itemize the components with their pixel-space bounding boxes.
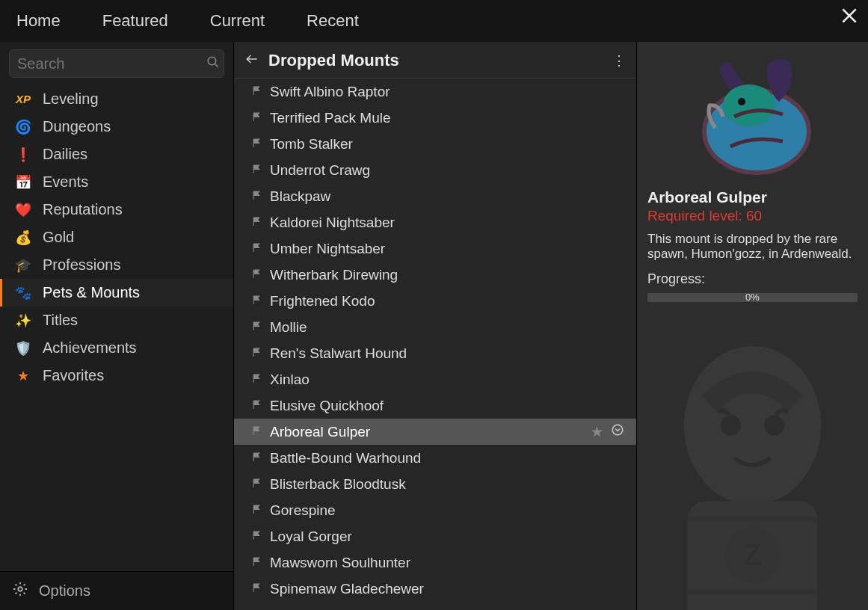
mount-row[interactable]: Elusive Quickhoof <box>234 392 636 419</box>
tab-featured[interactable]: Featured <box>102 11 168 31</box>
xp-icon: XP <box>14 93 32 105</box>
sidebar-item-leveling[interactable]: XPLeveling <box>0 85 233 113</box>
tab-current[interactable]: Current <box>210 11 265 31</box>
tab-home[interactable]: Home <box>16 11 61 31</box>
mount-row[interactable]: Underrot Crawg <box>234 157 636 183</box>
sidebar-item-achievements[interactable]: 🛡️Achievements <box>0 334 233 362</box>
svg-point-1 <box>18 587 22 591</box>
top-tabs: Home Featured Current Recent <box>0 0 868 42</box>
flag-icon <box>252 557 262 569</box>
mount-label: Umber Nightsaber <box>270 241 624 257</box>
sidebar-item-label: Professions <box>43 256 121 274</box>
flag-icon <box>252 138 262 150</box>
search-input-wrap[interactable] <box>9 49 224 78</box>
mount-row[interactable]: Witherbark Direwing <box>234 262 636 288</box>
sidebar-item-reputations[interactable]: ❤️Reputations <box>0 196 233 224</box>
flag-icon <box>252 505 262 517</box>
middle-panel: Dropped Mounts ⋮ Swift Albino RaptorTerr… <box>234 42 637 610</box>
options-label: Options <box>39 582 90 600</box>
mount-row[interactable]: Blackpaw <box>234 183 636 209</box>
flag-icon <box>252 400 262 412</box>
mount-label: Spinemaw Gladechewer <box>270 581 624 597</box>
mount-row[interactable]: Arboreal Gulper★ <box>234 419 636 445</box>
prof-icon: 🎓 <box>14 257 32 274</box>
sidebar-item-label: Gold <box>43 229 74 246</box>
flag-icon <box>252 348 262 360</box>
favorite-star-icon[interactable]: ★ <box>591 423 603 440</box>
search-input[interactable] <box>17 55 206 73</box>
sidebar-item-gold[interactable]: 💰Gold <box>0 224 233 251</box>
sidebar-item-events[interactable]: 📅Events <box>0 168 233 196</box>
daily-icon: ❗ <box>14 147 32 163</box>
flag-icon <box>252 321 262 333</box>
svg-rect-10 <box>688 501 818 610</box>
flag-icon <box>252 112 262 124</box>
more-menu-button[interactable]: ⋮ <box>612 52 626 69</box>
sidebar-item-label: Reputations <box>43 201 123 218</box>
mount-row[interactable]: Ren's Stalwart Hound <box>234 340 636 366</box>
pets-icon: 🐾 <box>14 285 32 301</box>
mount-row[interactable]: Frightened Kodo <box>234 288 636 314</box>
mount-label: Witherbark Direwing <box>270 267 624 283</box>
required-level: Required level: 60 <box>647 208 858 224</box>
mount-label: Underrot Crawg <box>270 162 624 179</box>
mount-label: Loyal Gorger <box>270 529 624 545</box>
dungeon-icon: 🌀 <box>14 119 32 135</box>
mount-row[interactable]: Xinlao <box>234 366 636 392</box>
mount-label: Arboreal Gulper <box>270 424 583 440</box>
sidebar-item-titles[interactable]: ✨Titles <box>0 306 233 334</box>
mount-list[interactable]: Swift Albino RaptorTerrified Pack MuleTo… <box>234 78 636 610</box>
mount-row[interactable]: Loyal Gorger <box>234 523 636 549</box>
sidebar-item-favorites[interactable]: ★Favorites <box>0 362 233 389</box>
background-character: Z <box>637 333 868 610</box>
sidebar-nav: XPLeveling🌀Dungeons❗Dailies📅Events❤️Repu… <box>0 82 233 571</box>
mount-row[interactable]: Gorespine <box>234 497 636 523</box>
svg-text:Z: Z <box>743 537 762 572</box>
mount-row[interactable]: Spinemaw Gladechewer <box>234 576 636 602</box>
mount-label: Elusive Quickhoof <box>270 398 624 414</box>
rep-icon: ❤️ <box>14 202 32 218</box>
mount-row[interactable]: Mawsworn Soulhunter <box>234 549 636 576</box>
mount-row[interactable]: Blisterback Bloodtusk <box>234 471 636 497</box>
flag-icon <box>252 295 262 307</box>
mount-row[interactable]: Umber Nightsaber <box>234 235 636 262</box>
mount-row[interactable]: Battle-Bound Warhound <box>234 445 636 471</box>
search-icon <box>206 55 220 72</box>
sidebar: XPLeveling🌀Dungeons❗Dailies📅Events❤️Repu… <box>0 42 234 610</box>
mount-row[interactable]: Kaldorei Nightsaber <box>234 209 636 235</box>
mount-row[interactable]: Mollie <box>234 314 636 340</box>
close-button[interactable] <box>840 6 859 28</box>
back-button[interactable] <box>244 52 259 70</box>
achv-icon: 🛡️ <box>14 340 32 357</box>
svg-point-2 <box>612 425 623 435</box>
flag-icon <box>252 478 262 490</box>
options-button[interactable]: Options <box>0 571 233 610</box>
flag-icon <box>252 191 262 203</box>
mount-label: Mollie <box>270 319 624 336</box>
sidebar-item-dungeons[interactable]: 🌀Dungeons <box>0 113 233 141</box>
svg-point-9 <box>764 416 784 436</box>
mount-label: Frightened Kodo <box>270 293 624 309</box>
flag-icon <box>252 531 262 543</box>
mount-label: Terrified Pack Mule <box>270 110 624 126</box>
tab-recent[interactable]: Recent <box>307 11 359 31</box>
detail-title: Arboreal Gulper <box>647 188 858 206</box>
mount-label: Blackpaw <box>270 188 624 205</box>
sidebar-item-label: Pets & Mounts <box>43 284 140 301</box>
check-circle-icon[interactable] <box>611 423 624 440</box>
sidebar-item-dailies[interactable]: ❗Dailies <box>0 141 233 168</box>
detail-description: This mount is dropped by the rare spawn,… <box>647 232 858 262</box>
sidebar-item-professions[interactable]: 🎓Professions <box>0 251 233 279</box>
mount-row[interactable]: Terrified Pack Mule <box>234 105 636 131</box>
sidebar-item-label: Titles <box>43 312 78 329</box>
svg-point-6 <box>738 98 745 105</box>
event-icon: 📅 <box>14 174 32 191</box>
sidebar-item-label: Favorites <box>43 367 104 384</box>
mount-row[interactable]: Tomb Stalker <box>234 131 636 157</box>
flag-icon <box>252 374 262 386</box>
mount-label: Battle-Bound Warhound <box>270 450 624 466</box>
mount-image <box>678 46 828 180</box>
sidebar-item-pets-mounts[interactable]: 🐾Pets & Mounts <box>0 279 233 306</box>
sidebar-item-label: Achievements <box>43 339 137 357</box>
mount-row[interactable]: Swift Albino Raptor <box>234 78 636 105</box>
